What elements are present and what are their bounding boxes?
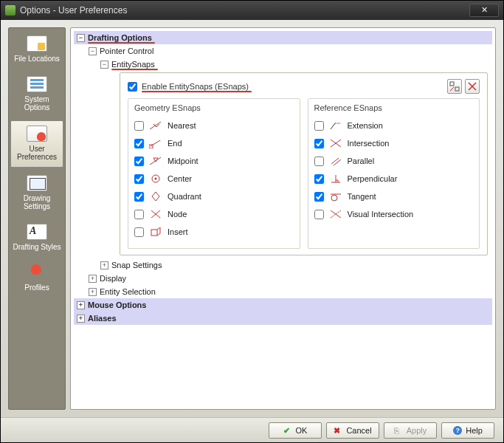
snap-extension: Extension [314, 117, 474, 134]
expand-icon[interactable]: + [89, 288, 97, 296]
system-options-icon [27, 76, 47, 92]
snap-node-checkbox[interactable] [134, 210, 144, 219]
snap-label: Extension [348, 121, 383, 130]
snap-nearest: Nearest [134, 117, 294, 134]
extension-icon [328, 120, 343, 131]
insert-icon [148, 226, 163, 238]
collapse-icon[interactable]: − [89, 47, 97, 55]
visual-intersection-icon [328, 208, 343, 220]
snap-visual-intersection: Visual Intersection [314, 205, 474, 223]
options-dialog: Options - User Preferences ✕ File Locati… [0, 0, 504, 443]
tree-node-display[interactable]: + Display [74, 272, 492, 285]
snap-extension-checkbox[interactable] [314, 121, 324, 131]
snap-midpoint: Midpoint [134, 152, 294, 170]
tree-node-entity-selection[interactable]: + Entity Selection [74, 285, 492, 298]
snap-nearest-checkbox[interactable] [134, 121, 144, 131]
snap-label: Midpoint [168, 157, 199, 165]
snap-label: Intersection [348, 139, 390, 148]
sidebar-item-label: Profiles [24, 284, 49, 292]
group-title: Reference ESnaps [314, 103, 474, 112]
button-label: Cancel [346, 426, 371, 435]
tree-node-drafting-options[interactable]: − Drafting Options [74, 31, 492, 44]
cancel-button[interactable]: ✖ Cancel [326, 422, 379, 439]
tree-node-pointer-control[interactable]: − Pointer Control [74, 44, 492, 58]
group-title: Geometry ESnaps [134, 103, 294, 112]
enable-esnaps-row: Enable EntitySnaps (ESnaps) [128, 79, 480, 94]
snap-label: Nearest [168, 121, 196, 130]
collapse-icon[interactable]: − [100, 61, 108, 69]
snap-end-checkbox[interactable] [134, 139, 144, 148]
expand-icon[interactable]: + [89, 275, 97, 283]
enable-esnaps-checkbox[interactable] [128, 82, 137, 92]
tree-label: Mouse Options [88, 301, 146, 309]
snap-center-checkbox[interactable] [134, 174, 144, 184]
sidebar-item-label: File Locations [14, 55, 60, 63]
snap-visual-intersection-checkbox[interactable] [314, 210, 324, 219]
expand-icon[interactable]: + [77, 315, 85, 323]
snap-center: Center [134, 170, 294, 188]
app-icon [5, 5, 15, 16]
file-locations-icon [27, 35, 47, 52]
select-all-snaps-button[interactable] [447, 79, 462, 94]
help-icon: ? [453, 426, 462, 435]
sidebar-item-label: System Options [12, 95, 62, 111]
drawing-settings-icon [27, 175, 47, 191]
expand-icon[interactable]: + [77, 301, 85, 309]
geometry-esnaps-group: Geometry ESnaps Nearest End [128, 98, 300, 249]
end-icon [148, 137, 163, 149]
help-button[interactable]: ? Help [441, 422, 494, 439]
sidebar-item-label: Drafting Styles [13, 243, 61, 251]
nearest-icon [148, 120, 163, 131]
window-title: Options - User Preferences [20, 5, 469, 16]
clear-all-snaps-button[interactable] [465, 79, 480, 94]
tree-label: Display [100, 274, 126, 283]
tree-label: Snap Settings [111, 261, 162, 269]
snap-label: Quadrant [168, 192, 201, 201]
tree-node-mouse-options[interactable]: + Mouse Options [74, 298, 492, 312]
snap-intersection: Intersection [314, 134, 474, 152]
sidebar-item-label: Drawing Settings [12, 194, 62, 210]
snap-label: End [168, 139, 182, 148]
sidebar-item-drafting-styles[interactable]: Drafting Styles [10, 219, 63, 257]
tree-node-aliases[interactable]: + Aliases [74, 312, 492, 325]
entity-snaps-panel: Enable EntitySnaps (ESnaps) Geometry ESn… [120, 72, 488, 255]
snap-label: Insert [168, 227, 188, 236]
snap-quadrant-checkbox[interactable] [134, 192, 144, 202]
enable-esnaps-label: Enable EntitySnaps (ESnaps) [142, 82, 249, 91]
sidebar-item-drawing-settings[interactable]: Drawing Settings [10, 171, 63, 216]
close-button[interactable]: ✕ [469, 4, 499, 17]
ok-button[interactable]: ✔ OK [269, 422, 322, 439]
snap-quadrant: Quadrant [134, 188, 294, 205]
svg-point-6 [331, 195, 337, 201]
quadrant-icon [148, 190, 163, 202]
sidebar-item-profiles[interactable]: Profiles [10, 260, 63, 298]
apply-button[interactable]: ⎘ Apply [384, 422, 437, 439]
tree-node-snap-settings[interactable]: + Snap Settings [74, 258, 492, 272]
snap-parallel-checkbox[interactable] [314, 157, 324, 166]
center-icon [148, 173, 163, 185]
tree-node-entity-snaps[interactable]: − EntitySnaps [74, 58, 492, 71]
collapse-icon[interactable]: − [77, 34, 85, 42]
category-sidebar: File Locations System Options User Prefe… [8, 27, 66, 410]
snap-perpendicular: Perpendicular [314, 170, 474, 188]
check-icon: ✔ [283, 426, 292, 435]
midpoint-icon [148, 155, 163, 167]
sidebar-item-system-options[interactable]: System Options [10, 72, 63, 117]
snap-label: Tangent [348, 192, 376, 201]
snap-perpendicular-checkbox[interactable] [314, 174, 324, 184]
snap-midpoint-checkbox[interactable] [134, 157, 144, 166]
snap-insert-checkbox[interactable] [134, 227, 144, 237]
tree-label: Entity Selection [100, 287, 156, 296]
profiles-icon [27, 264, 47, 281]
esnap-columns: Geometry ESnaps Nearest End [128, 98, 480, 249]
reference-esnaps-group: Reference ESnaps Extension Intersection [308, 98, 480, 249]
snap-label: Parallel [348, 157, 375, 165]
expand-icon[interactable]: + [100, 261, 108, 269]
sidebar-item-file-locations[interactable]: File Locations [10, 31, 63, 69]
intersection-icon [328, 137, 343, 149]
snap-intersection-checkbox[interactable] [314, 139, 324, 148]
sidebar-item-label: User Preferences [13, 145, 61, 161]
snap-end: End [134, 134, 294, 152]
sidebar-item-user-preferences[interactable]: User Preferences [10, 120, 63, 168]
dialog-footer: ✔ OK ✖ Cancel ⎘ Apply ? Help [1, 417, 503, 442]
